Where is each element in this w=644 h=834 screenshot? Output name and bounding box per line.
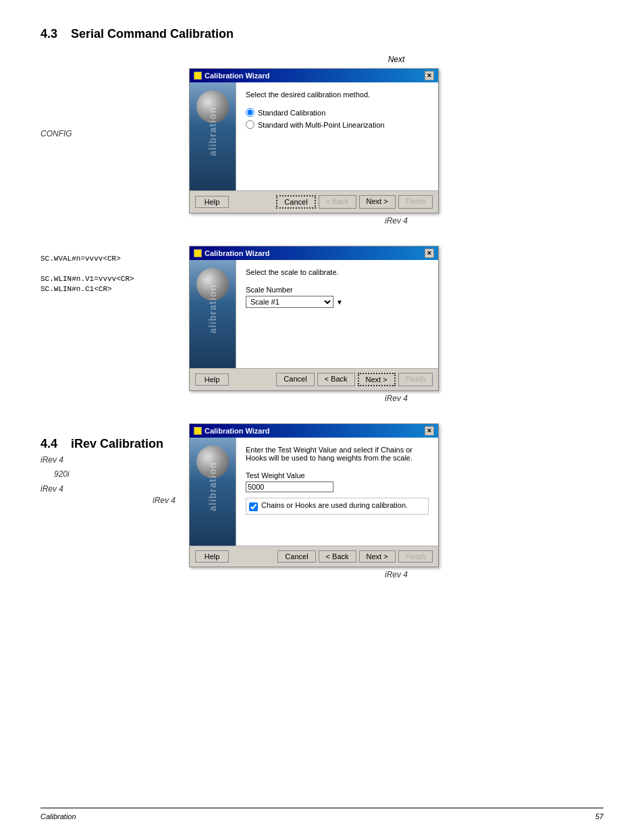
- wizard-close-2[interactable]: ✕: [425, 249, 434, 258]
- right-wizard-3: Calibration Wizard ✕ alibration Enter th…: [189, 423, 603, 589]
- wizard-title-2: Calibration Wizard: [194, 249, 269, 257]
- section-44-title: iRev Calibration: [71, 437, 163, 450]
- back-button-3[interactable]: < Back: [319, 550, 356, 563]
- wizard-dialog-1: Calibration Wizard ✕ alibration Select t…: [189, 68, 439, 213]
- section-43-number: 4.3: [41, 27, 57, 41]
- wizard-dialog-3: Calibration Wizard ✕ alibration Enter th…: [189, 423, 439, 567]
- radio-standard-label: Standard Calibration: [258, 109, 325, 117]
- chains-checkbox[interactable]: [249, 502, 258, 511]
- wizard-icon-3: [194, 427, 202, 435]
- section-44: 4.4 iRev Calibration iRev 4 920i iRev 4: [41, 437, 176, 508]
- next-button-2[interactable]: Next >: [358, 373, 396, 386]
- irev-label-1: iRev 4: [41, 455, 63, 465]
- wizard-footer-3: Help Cancel < Back Next > Finish: [190, 546, 438, 567]
- row-wizard2: SC.WVAL#n=vvvv<CR> SC.WLIN#n.V1=vvvv<CR>…: [41, 246, 603, 413]
- footer-left: Calibration: [41, 812, 76, 820]
- back-button-2[interactable]: < Back: [317, 373, 355, 386]
- help-button-3[interactable]: Help: [195, 550, 229, 563]
- dropdown-arrow: ▼: [336, 298, 343, 306]
- wizard-title-text-3: Calibration Wizard: [205, 427, 269, 435]
- radio-standard[interactable]: [246, 108, 254, 117]
- scale-select-row: Scale #1 ▼: [246, 296, 429, 308]
- back-button-1[interactable]: < Back: [319, 195, 356, 209]
- btn-group-1: Cancel < Back Next > Finish: [276, 195, 433, 209]
- irev-row-1: iRev 4: [41, 455, 176, 467]
- wizard-content-1: Select the desired calibration method. S…: [236, 82, 438, 190]
- cancel-button-1[interactable]: Cancel: [276, 195, 315, 209]
- wizard-body-2: alibration Select the scale to calibrate…: [190, 260, 438, 368]
- wizard-content-3: Enter the Test Weight Value and select i…: [236, 438, 438, 546]
- section-43: 4.3 Serial Command Calibration: [41, 27, 603, 41]
- cancel-button-3[interactable]: Cancel: [277, 550, 315, 563]
- wizard-icon-1: [194, 72, 202, 80]
- left-text-2: SC.WVAL#n=vvvv<CR> SC.WLIN#n.V1=vvvv<CR>…: [41, 246, 176, 413]
- section-44-number: 4.4: [41, 437, 57, 450]
- section-43-heading: 4.3 Serial Command Calibration: [41, 27, 603, 41]
- wizard-sidebar-3: alibration: [190, 438, 236, 546]
- weight-field-label: Test Weight Value: [246, 471, 429, 479]
- wizard-footer-2: Help Cancel < Back Next > Finish: [190, 368, 438, 390]
- caption-1: iRev 4: [189, 216, 603, 226]
- irev-row-3: iRev 4: [41, 484, 176, 494]
- radio-item-2: Standard with Multi-Point Linearization: [246, 120, 429, 129]
- next-button-3[interactable]: Next >: [359, 550, 396, 563]
- chains-label: Chains or Hooks are used during calibrat…: [261, 501, 408, 509]
- wizard-radio-group-1: Standard Calibration Standard with Multi…: [246, 108, 429, 129]
- wizard-close-1[interactable]: ✕: [425, 71, 434, 80]
- scale-select[interactable]: Scale #1: [246, 296, 333, 308]
- help-button-2[interactable]: Help: [195, 373, 229, 386]
- page-footer: Calibration 57: [41, 808, 603, 820]
- row-wizard3: 4.4 iRev Calibration iRev 4 920i iRev 4: [41, 423, 603, 589]
- weight-input[interactable]: [246, 481, 333, 492]
- code-3: SC.WLIN#n.C1<CR>: [41, 285, 112, 293]
- chains-hooks-row: Chains or Hooks are used during calibrat…: [246, 498, 429, 515]
- left-text-3: 4.4 iRev Calibration iRev 4 920i iRev 4: [41, 423, 176, 589]
- wizard-content-2: Select the scale to calibrate. Scale Num…: [236, 260, 438, 368]
- help-button-1[interactable]: Help: [195, 196, 229, 208]
- wizard-titlebar-3: Calibration Wizard ✕: [190, 424, 438, 438]
- finish-button-1[interactable]: Finish: [398, 195, 433, 209]
- right-wizard-2: Calibration Wizard ✕ alibration Select t…: [189, 246, 603, 413]
- section-44-labels: iRev 4 920i iRev 4 iRev 4: [41, 455, 176, 508]
- config-label: CONFIG: [41, 129, 176, 138]
- wizard-sidebar-2: alibration: [190, 260, 236, 368]
- wizard-dialog-2: Calibration Wizard ✕ alibration Select t…: [189, 246, 439, 391]
- caption-2: iRev 4: [189, 394, 603, 403]
- scale-number-label: Scale Number: [246, 286, 429, 294]
- wizard-close-3[interactable]: ✕: [425, 426, 434, 436]
- wizard-instruction-1: Select the desired calibration method.: [246, 90, 429, 99]
- finish-button-2[interactable]: Finish: [398, 373, 433, 386]
- row-wizard1: CONFIG Next Calibration Wizard ✕ alibrat…: [41, 61, 603, 235]
- wizard-titlebar-2: Calibration Wizard ✕: [190, 246, 438, 260]
- btn-group-2: Cancel < Back Next > Finish: [276, 373, 433, 386]
- wizard-titlebar-1: Calibration Wizard ✕: [190, 69, 438, 82]
- irev-label-3: iRev 4: [41, 484, 63, 494]
- next-button-1[interactable]: Next >: [359, 195, 396, 209]
- wizard-icon-2: [194, 249, 202, 257]
- wizard-sidebar-1: alibration: [190, 82, 236, 190]
- sidebar-label-3: alibration: [190, 438, 236, 540]
- code-2: SC.WLIN#n.V1=vvvv<CR>: [41, 275, 134, 283]
- footer-right: 57: [595, 812, 603, 820]
- btn-group-3: Cancel < Back Next > Finish: [277, 550, 433, 563]
- radio-multipoint[interactable]: [246, 120, 254, 129]
- next-label: Next: [189, 55, 603, 64]
- irev-label-2: 920i: [54, 469, 70, 479]
- wizard-title-3: Calibration Wizard: [194, 427, 269, 435]
- wizard-title-1: Calibration Wizard: [194, 72, 269, 80]
- radio-item-1: Standard Calibration: [246, 108, 429, 117]
- cancel-button-2[interactable]: Cancel: [276, 373, 314, 386]
- left-text-1: CONFIG: [41, 61, 176, 235]
- irev-row-2: 920i: [41, 469, 176, 481]
- page: 4.3 Serial Command Calibration CONFIG Ne…: [0, 0, 644, 834]
- irev-label-4: iRev 4: [153, 496, 176, 505]
- wizard-instruction-3: Enter the Test Weight Value and select i…: [246, 446, 429, 462]
- irev-row-4: iRev 4: [41, 496, 176, 508]
- section-43-title: Serial Command Calibration: [71, 27, 234, 41]
- right-wizard-1: Next Calibration Wizard ✕ alibration Sel…: [189, 61, 603, 235]
- radio-multipoint-label: Standard with Multi-Point Linearization: [258, 121, 385, 129]
- sidebar-label-2: alibration: [190, 260, 236, 363]
- wizard-instruction-2: Select the scale to calibrate.: [246, 268, 429, 276]
- caption-3: iRev 4: [189, 570, 603, 579]
- finish-button-3[interactable]: Finish: [398, 550, 433, 563]
